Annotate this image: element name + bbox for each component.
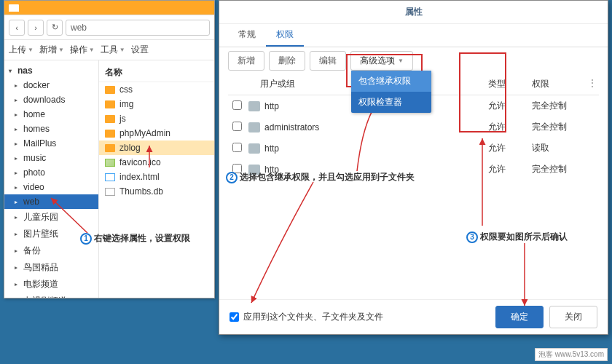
folder-icon [105, 130, 115, 138]
action-menu[interactable]: 操作▼ [70, 44, 95, 56]
file-row[interactable]: phpMyAdmin [99, 126, 214, 141]
perm-edit-button[interactable]: 编辑 [310, 51, 346, 71]
file-list[interactable]: 名称 cssimgjsphpMyAdminzblogfavicon.icoind… [99, 60, 214, 298]
file-row[interactable]: index.html [99, 170, 214, 184]
col-type: 类型 [484, 78, 527, 90]
tree-item-home[interactable]: ▸home [4, 107, 98, 122]
tree-item-鸟国精品[interactable]: ▸鸟国精品 [4, 259, 98, 276]
tool-menu[interactable]: 工具▼ [101, 44, 125, 56]
back-button[interactable]: ‹ [9, 20, 25, 36]
folder-icon [105, 86, 115, 94]
file-manager-window: ‹ › ↻ web 上传▼ 新增▼ 操作▼ 工具▼ 设置 ▾nas ▸docke… [4, 0, 215, 298]
dropdown-inherit[interactable]: 包含继承权限 [351, 71, 431, 92]
annotation-2: 2选择包含继承权限，并且勾选应用到子文件夹 [226, 171, 415, 183]
folder-icon [9, 4, 19, 12]
folder-icon [105, 115, 115, 123]
file-row[interactable]: Thumbs.db [99, 184, 214, 199]
col-perm: 权限 [527, 78, 586, 90]
tree-item-photo[interactable]: ▸photo [4, 165, 98, 180]
apply-checkbox-input[interactable] [230, 312, 239, 322]
properties-dialog: 属性 常规 权限 新增 删除 编辑 高级选项▼ 包含继承权限 权限检查器 用户或… [219, 0, 608, 335]
tree-item-video[interactable]: ▸video [4, 180, 98, 194]
file-row[interactable]: zblog [99, 141, 214, 155]
annotation-3: 3权限要如图所示后确认 [466, 231, 568, 243]
file-row[interactable]: css [99, 82, 214, 97]
tree-item-电影频道[interactable]: ▸电影频道 [4, 276, 98, 293]
forward-button[interactable]: › [28, 20, 44, 36]
perm-delete-button[interactable]: 删除 [269, 51, 305, 71]
path-input[interactable]: web [66, 20, 210, 36]
fm-toolbar: 上传▼ 新增▼ 操作▼ 工具▼ 设置 [4, 40, 214, 60]
tree-item-MailPlus[interactable]: ▸MailPlus [4, 136, 98, 151]
perm-advanced-menu[interactable]: 高级选项▼ 包含继承权限 权限检查器 [350, 51, 413, 71]
tree-item-downloads[interactable]: ▸downloads [4, 92, 98, 107]
fm-navbar: ‹ › ↻ web [4, 15, 214, 40]
user-icon [248, 122, 260, 132]
tree-item-music[interactable]: ▸music [4, 151, 98, 165]
file-icon [105, 173, 115, 181]
tree-item-儿童乐园[interactable]: ▸儿童乐园 [4, 209, 98, 226]
file-row[interactable]: img [99, 97, 214, 111]
user-icon [248, 101, 260, 111]
tab-general[interactable]: 常规 [228, 24, 266, 47]
advanced-dropdown: 包含继承权限 权限检查器 [351, 71, 431, 113]
user-icon [248, 143, 260, 154]
file-icon [105, 159, 115, 167]
ok-button[interactable]: 确定 [495, 306, 544, 328]
more-icon[interactable]: ⋮ [586, 78, 599, 90]
dropdown-checker[interactable]: 权限检查器 [351, 92, 431, 113]
file-icon [105, 188, 115, 196]
refresh-button[interactable]: ↻ [47, 20, 63, 36]
file-list-header: 名称 [99, 63, 214, 82]
perm-create-button[interactable]: 新增 [228, 51, 264, 71]
create-menu[interactable]: 新增▼ [39, 44, 64, 56]
tree-item-docker[interactable]: ▸docker [4, 78, 98, 92]
folder-icon [105, 144, 115, 152]
watermark: 泡客 www.5v13.com [535, 348, 608, 361]
row-checkbox[interactable] [232, 100, 242, 110]
upload-menu[interactable]: 上传▼ [9, 44, 34, 56]
row-checkbox[interactable] [232, 122, 242, 131]
setting-menu[interactable]: 设置 [131, 44, 149, 56]
row-checkbox[interactable] [232, 143, 242, 152]
annotation-1: 1右键选择属性，设置权限 [80, 232, 190, 245]
tree-item-电视剧频道[interactable]: ▸电视剧频道 [4, 293, 98, 298]
dialog-title: 属性 [219, 1, 608, 24]
tab-permissions[interactable]: 权限 [266, 24, 304, 47]
tree-root[interactable]: ▾nas [4, 63, 98, 78]
file-row[interactable]: js [99, 111, 214, 126]
apply-recursive-checkbox[interactable]: 应用到这个文件夹、子文件夹及文件 [230, 311, 383, 323]
close-button[interactable]: 关闭 [549, 306, 597, 328]
file-row[interactable]: favicon.ico [99, 155, 214, 170]
folder-tree[interactable]: ▾nas ▸docker▸downloads▸home▸homes▸MailPl… [4, 60, 99, 298]
folder-icon [105, 100, 115, 108]
fm-titlebar [4, 1, 214, 15]
perm-row[interactable]: http允许读取 [228, 138, 599, 159]
dialog-tabs: 常规 权限 [219, 24, 608, 47]
tree-item-web[interactable]: ▸web [4, 194, 98, 209]
perm-row[interactable]: administrators允许完全控制 [228, 116, 599, 138]
perm-toolbar: 新增 删除 编辑 高级选项▼ 包含继承权限 权限检查器 [219, 47, 608, 74]
dialog-footer: 应用到这个文件夹、子文件夹及文件 确定 关闭 [219, 299, 608, 334]
tree-item-备份[interactable]: ▸备份 [4, 242, 98, 259]
tree-item-homes[interactable]: ▸homes [4, 122, 98, 136]
